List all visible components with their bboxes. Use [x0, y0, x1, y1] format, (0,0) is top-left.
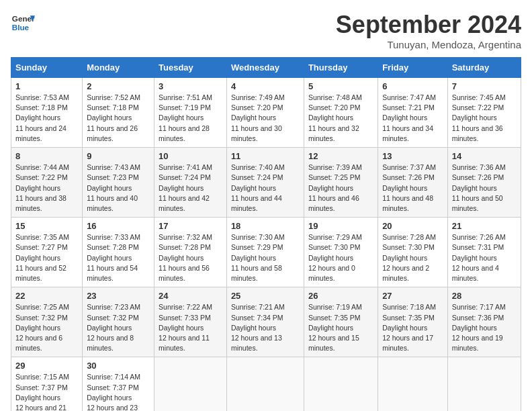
calendar-cell: 3Sunrise: 7:51 AMSunset: 7:19 PMDaylight…	[154, 78, 227, 148]
day-number: 2	[87, 81, 150, 91]
day-info: Sunrise: 7:30 AMSunset: 7:29 PMDaylight …	[231, 232, 300, 283]
calendar-cell: 29Sunrise: 7:15 AMSunset: 7:37 PMDayligh…	[11, 357, 83, 411]
day-info: Sunrise: 7:53 AMSunset: 7:18 PMDaylight …	[15, 93, 78, 144]
calendar-cell: 9Sunrise: 7:43 AMSunset: 7:23 PMDaylight…	[83, 148, 154, 218]
day-number: 19	[308, 221, 373, 231]
calendar-cell: 28Sunrise: 7:17 AMSunset: 7:36 PMDayligh…	[447, 287, 521, 357]
day-number: 8	[15, 151, 78, 161]
weekday-header-row: SundayMondayTuesdayWednesdayThursdayFrid…	[11, 58, 521, 78]
day-info: Sunrise: 7:40 AMSunset: 7:24 PMDaylight …	[231, 163, 300, 214]
weekday-header: Saturday	[447, 58, 521, 78]
calendar-cell: 17Sunrise: 7:32 AMSunset: 7:28 PMDayligh…	[154, 218, 227, 287]
calendar-cell	[154, 357, 227, 411]
calendar-cell: 27Sunrise: 7:18 AMSunset: 7:35 PMDayligh…	[378, 287, 448, 357]
day-number: 30	[87, 361, 150, 371]
day-info: Sunrise: 7:44 AMSunset: 7:22 PMDaylight …	[15, 163, 78, 214]
calendar-cell	[304, 357, 378, 411]
day-info: Sunrise: 7:32 AMSunset: 7:28 PMDaylight …	[159, 232, 222, 283]
logo: General Blue	[11, 11, 35, 35]
day-info: Sunrise: 7:43 AMSunset: 7:23 PMDaylight …	[87, 163, 150, 214]
day-info: Sunrise: 7:51 AMSunset: 7:19 PMDaylight …	[159, 93, 222, 144]
weekday-header: Tuesday	[154, 58, 227, 78]
calendar-cell: 25Sunrise: 7:21 AMSunset: 7:34 PMDayligh…	[226, 287, 304, 357]
day-info: Sunrise: 7:47 AMSunset: 7:21 PMDaylight …	[382, 93, 443, 144]
calendar-cell: 12Sunrise: 7:39 AMSunset: 7:25 PMDayligh…	[304, 148, 378, 218]
weekday-header: Wednesday	[226, 58, 304, 78]
day-number: 9	[87, 151, 150, 161]
day-number: 27	[382, 291, 443, 301]
calendar-cell: 15Sunrise: 7:35 AMSunset: 7:27 PMDayligh…	[11, 218, 83, 287]
day-number: 3	[159, 81, 222, 91]
day-number: 6	[382, 81, 443, 91]
day-info: Sunrise: 7:37 AMSunset: 7:26 PMDaylight …	[382, 163, 443, 214]
day-number: 17	[159, 221, 222, 231]
calendar-cell: 30Sunrise: 7:14 AMSunset: 7:37 PMDayligh…	[83, 357, 154, 411]
calendar-cell: 1Sunrise: 7:53 AMSunset: 7:18 PMDaylight…	[11, 78, 83, 148]
calendar-cell: 21Sunrise: 7:26 AMSunset: 7:31 PMDayligh…	[447, 218, 521, 287]
day-info: Sunrise: 7:26 AMSunset: 7:31 PMDaylight …	[452, 232, 517, 283]
day-info: Sunrise: 7:21 AMSunset: 7:34 PMDaylight …	[231, 302, 300, 353]
day-info: Sunrise: 7:22 AMSunset: 7:33 PMDaylight …	[159, 302, 222, 353]
day-info: Sunrise: 7:36 AMSunset: 7:26 PMDaylight …	[452, 163, 517, 214]
day-info: Sunrise: 7:18 AMSunset: 7:35 PMDaylight …	[382, 302, 443, 353]
day-number: 15	[15, 221, 78, 231]
day-number: 24	[159, 291, 222, 301]
day-info: Sunrise: 7:35 AMSunset: 7:27 PMDaylight …	[15, 232, 78, 283]
day-number: 1	[15, 81, 78, 91]
calendar-cell: 7Sunrise: 7:45 AMSunset: 7:22 PMDaylight…	[447, 78, 521, 148]
month-title: September 2024	[336, 11, 521, 39]
day-info: Sunrise: 7:33 AMSunset: 7:28 PMDaylight …	[87, 232, 150, 283]
day-number: 12	[308, 151, 373, 161]
weekday-header: Friday	[378, 58, 448, 78]
calendar-cell: 24Sunrise: 7:22 AMSunset: 7:33 PMDayligh…	[154, 287, 227, 357]
day-number: 18	[231, 221, 300, 231]
day-number: 11	[231, 151, 300, 161]
day-number: 21	[452, 221, 517, 231]
day-info: Sunrise: 7:28 AMSunset: 7:30 PMDaylight …	[382, 232, 443, 283]
day-info: Sunrise: 7:17 AMSunset: 7:36 PMDaylight …	[452, 302, 517, 353]
calendar-week-row: 29Sunrise: 7:15 AMSunset: 7:37 PMDayligh…	[11, 357, 521, 411]
calendar-cell: 16Sunrise: 7:33 AMSunset: 7:28 PMDayligh…	[83, 218, 154, 287]
day-number: 10	[159, 151, 222, 161]
calendar-cell: 20Sunrise: 7:28 AMSunset: 7:30 PMDayligh…	[378, 218, 448, 287]
calendar-cell: 11Sunrise: 7:40 AMSunset: 7:24 PMDayligh…	[226, 148, 304, 218]
calendar-cell: 5Sunrise: 7:48 AMSunset: 7:20 PMDaylight…	[304, 78, 378, 148]
calendar-cell	[226, 357, 304, 411]
day-info: Sunrise: 7:23 AMSunset: 7:32 PMDaylight …	[87, 302, 150, 353]
day-info: Sunrise: 7:14 AMSunset: 7:37 PMDaylight …	[87, 372, 150, 411]
day-info: Sunrise: 7:39 AMSunset: 7:25 PMDaylight …	[308, 163, 373, 214]
calendar-cell: 23Sunrise: 7:23 AMSunset: 7:32 PMDayligh…	[83, 287, 154, 357]
day-info: Sunrise: 7:49 AMSunset: 7:20 PMDaylight …	[231, 93, 300, 144]
day-number: 28	[452, 291, 517, 301]
page-header: General Blue September 2024 Tunuyan, Men…	[11, 11, 521, 50]
calendar-week-row: 1Sunrise: 7:53 AMSunset: 7:18 PMDaylight…	[11, 78, 521, 148]
calendar-cell: 18Sunrise: 7:30 AMSunset: 7:29 PMDayligh…	[226, 218, 304, 287]
day-number: 13	[382, 151, 443, 161]
day-info: Sunrise: 7:48 AMSunset: 7:20 PMDaylight …	[308, 93, 373, 144]
calendar-cell: 19Sunrise: 7:29 AMSunset: 7:30 PMDayligh…	[304, 218, 378, 287]
calendar-table: SundayMondayTuesdayWednesdayThursdayFrid…	[11, 57, 521, 411]
day-number: 14	[452, 151, 517, 161]
day-number: 26	[308, 291, 373, 301]
calendar-cell: 13Sunrise: 7:37 AMSunset: 7:26 PMDayligh…	[378, 148, 448, 218]
calendar-cell: 22Sunrise: 7:25 AMSunset: 7:32 PMDayligh…	[11, 287, 83, 357]
day-info: Sunrise: 7:52 AMSunset: 7:18 PMDaylight …	[87, 93, 150, 144]
day-number: 16	[87, 221, 150, 231]
calendar-cell: 8Sunrise: 7:44 AMSunset: 7:22 PMDaylight…	[11, 148, 83, 218]
day-info: Sunrise: 7:41 AMSunset: 7:24 PMDaylight …	[159, 163, 222, 214]
svg-text:Blue: Blue	[12, 23, 30, 32]
day-info: Sunrise: 7:29 AMSunset: 7:30 PMDaylight …	[308, 232, 373, 283]
calendar-cell: 6Sunrise: 7:47 AMSunset: 7:21 PMDaylight…	[378, 78, 448, 148]
logo-icon: General Blue	[11, 11, 35, 35]
day-number: 4	[231, 81, 300, 91]
calendar-cell: 10Sunrise: 7:41 AMSunset: 7:24 PMDayligh…	[154, 148, 227, 218]
calendar-week-row: 8Sunrise: 7:44 AMSunset: 7:22 PMDaylight…	[11, 148, 521, 218]
calendar-cell: 14Sunrise: 7:36 AMSunset: 7:26 PMDayligh…	[447, 148, 521, 218]
day-number: 5	[308, 81, 373, 91]
day-number: 29	[15, 361, 78, 371]
day-number: 22	[15, 291, 78, 301]
weekday-header: Monday	[83, 58, 154, 78]
day-info: Sunrise: 7:15 AMSunset: 7:37 PMDaylight …	[15, 372, 78, 411]
day-number: 23	[87, 291, 150, 301]
calendar-cell: 2Sunrise: 7:52 AMSunset: 7:18 PMDaylight…	[83, 78, 154, 148]
